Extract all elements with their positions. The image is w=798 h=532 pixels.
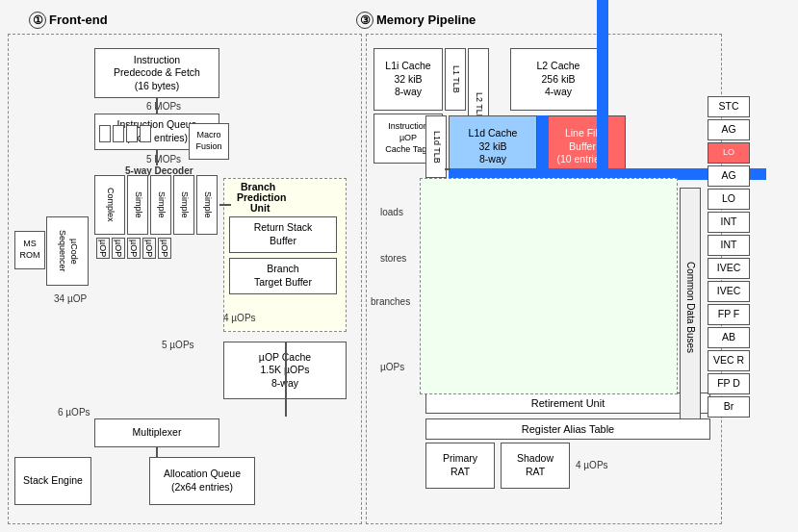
simple-decoder-3: Simple <box>173 175 194 235</box>
allocation-queue-block: Allocation Queue (2x64 entries) <box>149 457 255 505</box>
simple-decoder-1: Simple <box>127 175 148 235</box>
instruction-prefetch-block: Instruction Predecode & Fetch (16 bytes) <box>94 48 219 98</box>
right-panel: STC AG LO AG LO INT INT IVEC IVEC FP F A… <box>708 96 754 419</box>
ms-rom-block: MSROM <box>14 231 45 269</box>
common-data-buses-block: Common Data Buses <box>680 188 701 428</box>
four-uops-label: 4 µOPs <box>223 313 256 323</box>
diagram: ①Front-end ③Memory Pipeline Instruction … <box>0 0 798 532</box>
retirement-unit-block: Retirement Unit <box>425 393 710 414</box>
branches-label: branches <box>371 296 410 307</box>
memory-pipeline-label: ③Memory Pipeline <box>356 12 476 29</box>
connector-mux-alloc <box>156 447 158 457</box>
branch-target-block: BranchTarget Buffer <box>229 258 337 294</box>
blue-arrow-vertical-mid <box>597 115 608 181</box>
connector-3 <box>219 204 231 206</box>
frontend-label: ①Front-end <box>29 12 108 29</box>
primary-rat-block: PrimaryRAT <box>425 443 495 489</box>
register-alias-table-header: Register Alias Table <box>425 418 710 440</box>
l1d-tlb-block: L1d TLB <box>425 115 447 178</box>
loads-label: loads <box>380 207 403 217</box>
l1i-cache-block: L1i Cache 32 kiB 8-way <box>373 48 443 111</box>
simple-decoder-2: Simple <box>150 175 171 235</box>
ucode-sequencer-block: µCode Sequencer <box>46 216 89 286</box>
multiplexer-block: Multiplexer <box>94 418 219 447</box>
connector-1 <box>156 98 158 114</box>
uop-labels: µOP µOP µOP µOP µOP <box>96 238 171 259</box>
four-uops-rat-label: 4 µOPs <box>576 460 608 470</box>
simple-decoder-4: Simple <box>196 175 218 235</box>
connector-uop-cache <box>285 342 287 417</box>
stack-engine-block: Stack Engine <box>14 457 91 505</box>
five-uops-label: 5 µOPs <box>162 340 194 350</box>
l1-tlb-block: L1 TLB <box>445 48 466 111</box>
blue-arrow-vertical-lfd <box>537 115 549 180</box>
uops-label: µOPs <box>380 362 404 372</box>
macro-fusion-block: MacroFusion <box>189 123 229 160</box>
five-mops-label: 5 MOPs <box>146 154 181 165</box>
six-mops-label: 6 MOPs <box>146 101 181 112</box>
blue-arrow-vertical-top <box>597 0 608 115</box>
execution-area <box>420 178 678 394</box>
connector-2 <box>156 150 158 165</box>
l2-cache-block: L2 Cache 256 kiB 4-way <box>510 48 606 111</box>
branch-prediction-label3: Unit <box>250 202 270 214</box>
six-uops-bottom-label: 6 µOPs <box>58 407 90 418</box>
connector-l1i-l1d <box>445 168 450 170</box>
queue-rects <box>99 125 151 142</box>
complex-decoder-block: Complex <box>94 175 125 235</box>
return-stack-block: Return StackBuffer <box>229 216 337 253</box>
34-uop-label: 34 µOP <box>54 293 87 304</box>
stores-label: stores <box>380 253 406 264</box>
shadow-rat-block: ShadowRAT <box>501 443 570 489</box>
